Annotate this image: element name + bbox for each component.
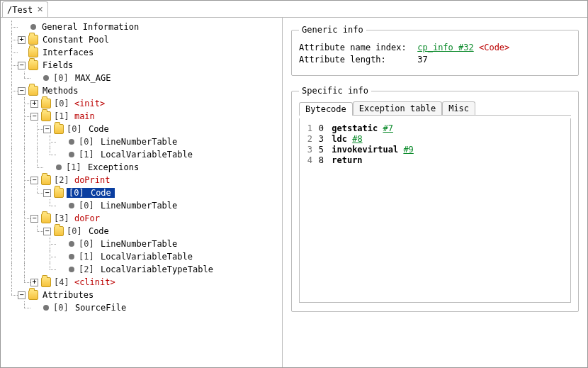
content-split: General Information + Constant Pool Inte…	[1, 18, 587, 367]
gear-icon	[69, 267, 74, 272]
tree: General Information + Constant Pool Inte…	[1, 21, 282, 314]
tree-node-m2-lnt[interactable]: [0] LineNumberTable	[5, 199, 282, 212]
tree-node-interfaces[interactable]: Interfaces	[5, 46, 282, 59]
expander-icon[interactable]: −	[30, 215, 38, 223]
expander-icon[interactable]: −	[43, 189, 51, 197]
expander-icon[interactable]: +	[30, 100, 38, 108]
folder-icon	[28, 48, 38, 57]
tree-node-m3-lvt[interactable]: [1] LocalVariableTable	[5, 250, 282, 263]
bc-offset: 0	[315, 123, 324, 133]
bytecode-row: 35 invokevirtual #9	[304, 145, 566, 155]
bc-offset: 3	[315, 134, 324, 144]
class-viewer-window: /Test ✕ General Information + Constant P…	[0, 0, 588, 368]
bc-offset: 5	[315, 145, 324, 155]
attr-name-label: Attribute name index:	[299, 43, 412, 52]
expander-icon[interactable]: −	[30, 177, 38, 184]
gear-icon	[69, 139, 74, 145]
tree-node-m1-exc[interactable]: [1] Exceptions	[5, 161, 282, 174]
folder-icon	[41, 213, 51, 223]
tree-node-m1-code[interactable]: − [0] Code	[5, 123, 282, 135]
tree-node-m3-lnt[interactable]: [0] LineNumberTable	[5, 238, 282, 250]
bc-cpref[interactable]: #7	[383, 123, 393, 133]
folder-icon	[28, 86, 38, 96]
attr-len-value: 37	[417, 55, 427, 65]
expander-icon[interactable]: +	[30, 279, 38, 286]
gear-icon	[43, 75, 49, 81]
tree-node-methods[interactable]: − Methods	[5, 84, 282, 97]
tree-node-m1-lvt[interactable]: [1] LocalVariableTable	[5, 148, 282, 161]
generic-info-group: Generic info Attribute name index: cp_in…	[291, 25, 579, 76]
specific-info-group: Specific info Bytecode Exception table M…	[291, 86, 579, 312]
expander-icon[interactable]: −	[18, 291, 26, 299]
expander-icon[interactable]: −	[43, 126, 51, 133]
gear-icon	[56, 165, 62, 170]
tab-exception-table[interactable]: Exception table	[353, 101, 442, 115]
bytecode-list: 10 getstatic #7 23 ldc #8 35 invokevirtu…	[299, 118, 571, 303]
bc-cpref[interactable]: #8	[352, 134, 362, 144]
tree-node-attr-0[interactable]: [0] SourceFile	[5, 301, 282, 314]
tree-node-method-4[interactable]: + [4] <clinit>	[5, 276, 282, 289]
bc-cpref[interactable]: #9	[403, 145, 413, 155]
folder-icon	[41, 175, 51, 185]
gear-icon	[43, 305, 49, 311]
bc-opcode: invokevirtual	[332, 145, 398, 155]
bc-offset: 8	[315, 155, 324, 165]
attr-len-row: Attribute length: 37	[299, 55, 571, 65]
attr-len-label: Attribute length:	[299, 55, 412, 65]
bc-opcode: ldc	[332, 134, 347, 144]
attr-name-row: Attribute name index: cp_info #32 <Code>	[299, 43, 571, 52]
bc-opcode: getstatic	[332, 123, 378, 133]
tree-node-method-2[interactable]: − [2] doPrint	[5, 174, 282, 186]
bc-opcode: return	[332, 155, 362, 165]
tab-misc[interactable]: Misc	[442, 101, 475, 115]
cp-info-link[interactable]: cp_info #32	[417, 43, 473, 52]
tree-node-method-3[interactable]: − [3] doFor	[5, 212, 282, 225]
folder-icon	[28, 35, 38, 45]
bc-linenum: 2	[304, 134, 312, 144]
folder-icon	[41, 111, 51, 121]
expander-icon[interactable]: −	[43, 228, 51, 235]
expander-icon[interactable]: +	[18, 36, 26, 44]
expander-icon[interactable]: −	[30, 113, 38, 121]
folder-icon	[54, 226, 64, 236]
tree-node-method-0[interactable]: + [0] <init>	[5, 97, 282, 110]
tree-node-field-0[interactable]: [0] MAX_AGE	[5, 72, 282, 84]
tabbar: /Test ✕	[1, 1, 587, 18]
folder-icon	[41, 99, 51, 108]
bc-linenum: 4	[304, 155, 312, 165]
tree-node-general-info[interactable]: General Information	[5, 21, 282, 33]
folder-icon	[54, 188, 64, 198]
gear-icon	[30, 24, 36, 30]
folder-icon	[54, 124, 64, 134]
folder-icon	[28, 290, 38, 300]
detail-panel: Generic info Attribute name index: cp_in…	[283, 18, 587, 367]
tree-node-m1-lnt[interactable]: [0] LineNumberTable	[5, 135, 282, 148]
gear-icon	[69, 254, 74, 260]
tree-node-attributes[interactable]: − Attributes	[5, 289, 282, 301]
gear-icon	[69, 152, 74, 157]
gear-icon	[69, 241, 74, 247]
selected-node: [0] Code	[67, 188, 115, 198]
tab-test[interactable]: /Test ✕	[2, 1, 48, 17]
tree-node-m3-code[interactable]: − [0] Code	[5, 225, 282, 238]
tree-panel: General Information + Constant Pool Inte…	[1, 18, 283, 367]
specific-info-legend: Specific info	[299, 86, 371, 96]
tree-node-constant-pool[interactable]: + Constant Pool	[5, 33, 282, 46]
bytecode-row: 10 getstatic #7	[304, 123, 566, 133]
folder-icon	[41, 277, 51, 287]
expander-icon[interactable]: −	[18, 62, 26, 69]
tree-node-fields[interactable]: − Fields	[5, 59, 282, 72]
inner-tabbar: Bytecode Exception table Misc	[299, 101, 571, 116]
tree-node-m2-code[interactable]: − [0] Code	[5, 186, 282, 199]
bc-linenum: 1	[304, 123, 312, 133]
close-icon[interactable]: ✕	[37, 5, 43, 14]
folder-icon	[28, 60, 38, 70]
tab-label: /Test	[7, 5, 33, 15]
bytecode-row: 23 ldc #8	[304, 134, 566, 144]
tree-node-method-1[interactable]: − [1] main	[5, 110, 282, 123]
tree-node-m3-lvtt[interactable]: [2] LocalVariableTypeTable	[5, 263, 282, 276]
bc-linenum: 3	[304, 145, 312, 155]
expander-icon[interactable]: −	[18, 87, 26, 95]
tab-bytecode[interactable]: Bytecode	[299, 102, 353, 116]
cp-info-detail: <Code>	[479, 43, 509, 52]
